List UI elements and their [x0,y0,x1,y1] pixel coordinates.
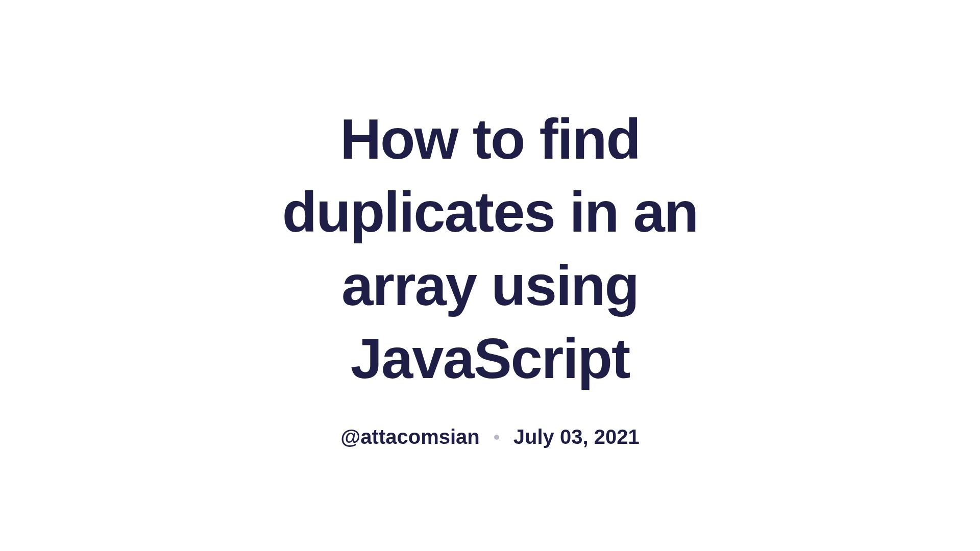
article-meta: @attacomsian July 03, 2021 [235,425,745,448]
publish-date: July 03, 2021 [513,425,640,448]
article-title: How to find duplicates in an array using… [235,103,745,395]
article-header: How to find duplicates in an array using… [235,103,745,448]
author-handle: @attacomsian [340,425,479,448]
separator-dot [494,435,499,440]
